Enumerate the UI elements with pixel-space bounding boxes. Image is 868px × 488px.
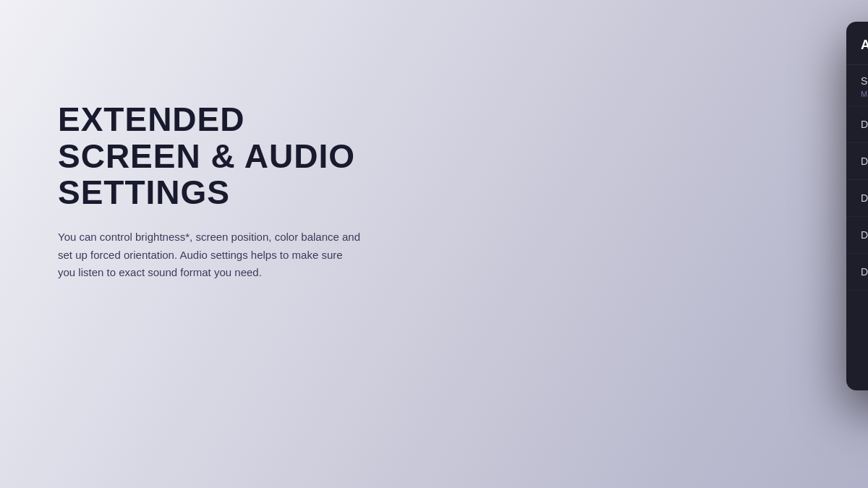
advanced-panel-title: Advanced sound settings [846, 22, 868, 65]
select-formats-section: Select formats Manual: Select which form… [846, 65, 868, 106]
dolby-truehd-row[interactable]: Dolby TrueHD [846, 254, 868, 291]
dts-hd-row[interactable]: DTS-HD [846, 217, 868, 254]
main-heading: EXTENDED SCREEN & AUDIO SETTINGS [58, 101, 362, 211]
select-formats-sub: Manual: Select which formats to use [861, 90, 868, 98]
dolby-digital-plus-row[interactable]: Dolby Digital Plus [846, 143, 868, 180]
description-text: You can control brightness*, screen posi… [58, 228, 362, 282]
select-formats-title: Select formats [861, 75, 868, 87]
dts-row[interactable]: DTS [846, 180, 868, 217]
dolby-digital-row[interactable]: Dolby Digital [846, 106, 868, 143]
advanced-sound-panel: Advanced sound settings Select formats M… [846, 22, 868, 390]
left-content: EXTENDED SCREEN & AUDIO SETTINGS You can… [58, 101, 362, 282]
